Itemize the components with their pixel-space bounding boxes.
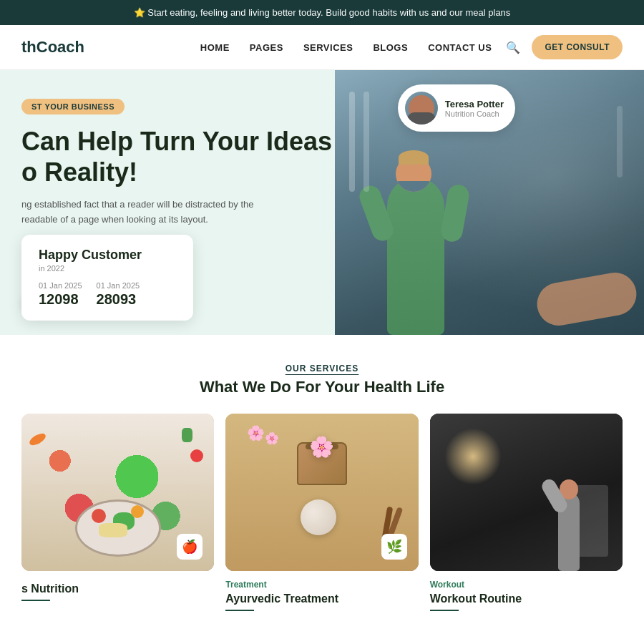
banner-star: ⭐ [134,7,145,18]
basket-lid [306,444,338,449]
equipment-rod-1 [349,92,355,192]
nav-links: HOME PAGES SERVICES BLOGS CONTACT US [200,42,492,53]
person-hair [399,150,429,165]
treatment-service-info: Treatment Ayurvedic Treatment [225,571,418,614]
workout-person [551,457,587,571]
service-card-nutrition[interactable]: 🍎 s Nutrition [21,414,214,614]
top-banner: ⭐ Start eating, feeling and living bette… [0,0,644,25]
nutrition-service-info: s Nutrition [21,571,214,604]
nutrition-name: s Nutrition [21,582,214,595]
hero-description: ng established fact that a reader will b… [21,197,279,228]
nutrition-underline [21,600,50,601]
grain [99,523,127,537]
customer-card-year: in 2022 [39,264,176,273]
logo[interactable]: thCoach [21,38,84,57]
customer-stats: 01 Jan 2025 12098 01 Jan 2025 28093 [39,281,176,308]
nav-item-services[interactable]: SERVICES [303,42,353,53]
bowl [75,499,161,557]
basket [297,442,347,485]
apple-icon: 🍎 [182,539,197,555]
hero-image-area: Teresa Potter Nutrition Coach [335,70,644,335]
nav-item-pages[interactable]: PAGES [250,42,283,53]
tomato [92,509,106,523]
treatment-underline [225,610,254,611]
equipment-rod-3 [617,106,623,177]
stat-item-1: 01 Jan 2025 12098 [39,281,82,308]
stat1-number: 12098 [39,291,82,308]
spa-ball [301,499,336,535]
service-card-treatment-image: 🌸 🌸 🌿 [225,414,418,571]
workout-category: Workout [430,580,623,590]
herb [182,428,192,442]
carrot [131,505,144,518]
services-grid: 🍎 s Nutrition [21,414,623,614]
nutrition-icon-badge: 🍎 [177,534,203,560]
hero-section: ST YOUR BUSINESS Can Help Turn Your Idea… [0,70,644,335]
hero-badge: ST YOUR BUSINESS [21,99,125,114]
stat-item-2: 01 Jan 2025 28093 [97,281,140,308]
workout-name: Workout Routine [430,592,623,605]
nav-item-contact[interactable]: CONTACT US [428,42,492,53]
get-consult-button[interactable]: GET CONSULT [532,35,623,59]
tomato-side [190,449,203,462]
trainer-info: Teresa Potter Nutrition Coach [445,99,504,118]
carrot-side [28,431,48,448]
banner-text: Start eating, feeling and living better … [147,7,510,18]
avatar-face [409,95,434,121]
flower-2: 🌸 [265,431,279,445]
service-card-workout-image [430,414,623,571]
hero-left: ST YOUR BUSINESS Can Help Turn Your Idea… [0,70,335,335]
nav-item-home[interactable]: HOME [200,42,230,53]
equipment-rod-2 [364,92,369,192]
person-arm-right [439,183,470,243]
hero-title: Can Help Turn Your Ideas o Reality! [21,126,335,187]
hero-title-line2: o Reality! [21,157,137,187]
gym-light [444,428,502,485]
service-card-treatment[interactable]: 🌸 🌸 🌿 Treatment Ayurvedic Treatment [225,414,418,614]
gym-person-main [366,120,523,335]
treatment-name: Ayurvedic Treatment [225,592,418,605]
services-section: OUR SERVICES What We Do For Your Health … [0,335,644,635]
search-icon[interactable]: 🔍 [506,41,520,54]
trainer-role: Nutrition Coach [445,109,504,118]
treatment-icon-badge: 🌿 [381,534,407,560]
customer-card: Happy Customer in 2022 01 Jan 2025 12098… [21,235,193,321]
customer-card-title: Happy Customer [39,248,176,263]
service-card-workout[interactable]: Workout Workout Routine [430,414,623,614]
workout-image [430,414,623,571]
person-shirt [396,181,431,192]
services-title: What We Do For Your Health Life [21,378,623,396]
treatment-category: Treatment [225,580,418,590]
navbar: thCoach HOME PAGES SERVICES BLOGS CONTAC… [0,25,644,70]
hero-title-line1: Can Help Turn Your Ideas [21,127,332,156]
stat1-date: 01 Jan 2025 [39,281,82,290]
services-label: OUR SERVICES [21,364,623,374]
avatar [405,92,438,125]
workout-underline [430,610,459,611]
stat2-number: 28093 [97,291,140,308]
nav-item-blogs[interactable]: BLOGS [373,42,408,53]
leaf-icon: 🌿 [386,539,402,555]
workout-service-info: Workout Workout Routine [430,571,623,614]
stat2-date: 01 Jan 2025 [97,281,140,290]
trainer-name: Teresa Potter [445,99,504,109]
person-torso [387,177,444,335]
service-card-nutrition-image: 🍎 [21,414,214,571]
flower-1: 🌸 [247,424,265,441]
trainer-card: Teresa Potter Nutrition Coach [398,84,515,132]
